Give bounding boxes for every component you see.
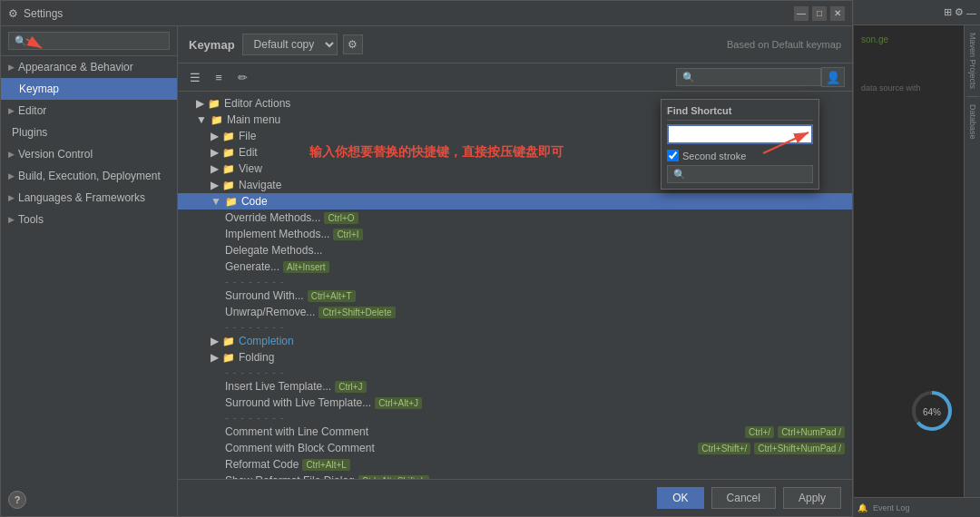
separator-2: - - - - - - - - (178, 320, 852, 333)
tree-item-comment-line[interactable]: Comment with Line Comment Ctrl+/ Ctrl+Nu… (178, 424, 852, 440)
chevron-down-icon: ▼ (211, 195, 221, 208)
tree-item-label: Surround With... (225, 289, 304, 302)
chevron-right-icon: ▶ (211, 146, 219, 159)
sidebar-item-keymap[interactable]: Keymap (1, 78, 177, 100)
edit-shortcut-button[interactable]: ✏ (232, 67, 252, 87)
chevron-right-icon: ▶ (211, 162, 219, 175)
ide-tab-database[interactable]: Database (966, 97, 979, 147)
tree-item-override-methods[interactable]: Override Methods... Ctrl+O (178, 210, 852, 226)
sidebar-items: ▶ Appearance & Behavior Keymap ▶ Editor … (1, 56, 177, 516)
sidebar-item-version-control[interactable]: ▶ Version Control (1, 143, 177, 165)
chevron-down-icon: ▼ (196, 113, 207, 126)
tree-item-surround-live-template[interactable]: Surround with Live Template... Ctrl+Alt+… (178, 395, 852, 411)
keymap-dropdown[interactable]: Default copy (242, 34, 338, 55)
add-shortcut-button[interactable]: ☰ (185, 67, 205, 87)
cancel-button[interactable]: Cancel (711, 487, 776, 509)
keymap-title: Keymap (189, 38, 235, 52)
tree-item-completion[interactable]: ▶ 📁 Completion (178, 333, 852, 349)
tree-item-label: Editor Actions (224, 97, 290, 110)
tree-item-surround-with[interactable]: Surround With... Ctrl+Alt+T (178, 288, 852, 304)
sidebar-item-tools[interactable]: ▶ Tools (1, 209, 177, 230)
tree-item-implement-methods[interactable]: Implement Methods... Ctrl+I (178, 226, 852, 242)
sidebar-item-editor[interactable]: ▶ Editor (1, 100, 177, 122)
second-stroke-checkbox[interactable] (667, 150, 679, 161)
tree-item-label: Main menu (227, 113, 280, 126)
shortcut-badge: Ctrl+Alt+Shift+L (358, 475, 429, 480)
sidebar-item-appearance[interactable]: ▶ Appearance & Behavior (1, 56, 177, 78)
shortcut-badge-1: Ctrl+Shift+/ (698, 443, 750, 454)
event-log-btn[interactable]: 🔔 (858, 503, 867, 512)
ide-tab-maven[interactable]: Maven Projects (966, 25, 979, 97)
chevron-right-icon: ▶ (8, 193, 15, 202)
keymap-header: Keymap Default copy ⚙ Based on Default k… (178, 26, 852, 63)
tree-item-generate[interactable]: Generate... Alt+Insert (178, 258, 852, 275)
tree-item-show-reformat[interactable]: Show Reformat File Dialog Ctrl+Alt+Shift… (178, 473, 852, 479)
chevron-right-icon: ▶ (211, 179, 219, 191)
shortcut-badge: Ctrl+O (324, 212, 358, 224)
keymap-gear-button[interactable]: ⚙ (343, 34, 363, 54)
desktop: ⚙ Settings — □ ✕ ▶ Appearance & Behavior (0, 0, 980, 517)
tree-item-delegate-methods[interactable]: Delegate Methods... (178, 242, 852, 258)
progress-circle: 64% (909, 388, 955, 434)
tree-item-label: Code (241, 195, 268, 208)
minimize-button[interactable]: — (794, 6, 808, 21)
ide-top-toolbar: ⊞ ⚙ — (854, 0, 980, 25)
separator-3: - - - - - - - - (178, 366, 852, 378)
sidebar-item-label: Languages & Frameworks (18, 191, 145, 204)
folder-icon: 📁 (222, 131, 235, 142)
tree-item-folding[interactable]: ▶ 📁 Folding (178, 349, 852, 366)
shortcut-input[interactable] (667, 124, 813, 144)
chevron-right-icon: ▶ (196, 97, 204, 110)
tree-item-code[interactable]: ▼ 📁 Code (178, 193, 852, 210)
sidebar-item-plugins[interactable]: Plugins (1, 122, 177, 143)
keymap-controls: Default copy ⚙ (242, 34, 363, 55)
chevron-right-icon: ▶ (8, 150, 15, 159)
popup-search-input[interactable] (667, 165, 813, 183)
find-shortcut-popup: Find Shortcut Second stroke (661, 99, 819, 190)
keymap-search-input[interactable] (676, 68, 821, 86)
find-shortcut-button[interactable]: 👤 (821, 67, 845, 87)
folder-icon: 📁 (222, 336, 235, 347)
ide-toolbar-btn-1[interactable]: ⊞ (944, 6, 952, 18)
folder-icon: 📁 (211, 114, 223, 126)
ide-toolbar-btn-2[interactable]: ⚙ (955, 6, 964, 18)
tree-item-label: View (239, 162, 262, 175)
close-button[interactable]: ✕ (830, 6, 845, 21)
sidebar-item-build[interactable]: ▶ Build, Execution, Deployment (1, 165, 177, 187)
tree-item-label: File (239, 130, 256, 142)
settings-window: ⚙ Settings — □ ✕ ▶ Appearance & Behavior (0, 0, 853, 517)
second-stroke-label: Second stroke (682, 151, 746, 161)
separator-4: - - - - - - - - (178, 411, 852, 424)
sidebar-search-input[interactable] (8, 32, 170, 50)
window-title: Settings (24, 7, 63, 20)
remove-shortcut-button[interactable]: ≡ (209, 67, 229, 87)
ok-button[interactable]: OK (657, 487, 703, 509)
folder-icon: 📁 (222, 180, 235, 191)
tree-item-unwrap-remove[interactable]: Unwrap/Remove... Ctrl+Shift+Delete (178, 304, 852, 320)
sidebar-item-languages[interactable]: ▶ Languages & Frameworks (1, 187, 177, 209)
ide-toolbar-btn-3[interactable]: — (966, 7, 976, 18)
chevron-right-icon: ▶ (8, 63, 15, 72)
chevron-right-icon: ▶ (8, 215, 15, 224)
separator-1: - - - - - - - - (178, 275, 852, 288)
tree-item-label: Completion (239, 335, 294, 347)
maximize-button[interactable]: □ (812, 6, 827, 21)
help-button[interactable]: ? (8, 491, 26, 509)
sidebar-item-label: Tools (18, 213, 44, 226)
sidebar-item-label: Version Control (18, 148, 93, 161)
chevron-right-icon: ▶ (8, 171, 15, 180)
tree-item-label: Show Reformat File Dialog (225, 474, 355, 479)
shortcut-badge: Ctrl+I (333, 229, 362, 240)
tree-item-insert-live-template[interactable]: Insert Live Template... Ctrl+J (178, 378, 852, 395)
sidebar: ▶ Appearance & Behavior Keymap ▶ Editor … (1, 26, 178, 516)
tree-item-reformat-code[interactable]: Reformat Code Ctrl+Alt+L (178, 456, 852, 473)
tree-item-comment-block[interactable]: Comment with Block Comment Ctrl+Shift+/ … (178, 440, 852, 456)
chevron-right-icon: ▶ (211, 335, 219, 347)
tree-item-label: Reformat Code (225, 458, 299, 471)
apply-button[interactable]: Apply (783, 487, 841, 509)
ide-status-bar: 🔔 Event Log (854, 497, 980, 517)
tree-item-label: Surround with Live Template... (225, 396, 371, 409)
tree-item-label: Delegate Methods... (225, 244, 322, 257)
sidebar-item-label: Keymap (19, 83, 59, 95)
ide-code-text: son.ge data source with (861, 33, 956, 95)
